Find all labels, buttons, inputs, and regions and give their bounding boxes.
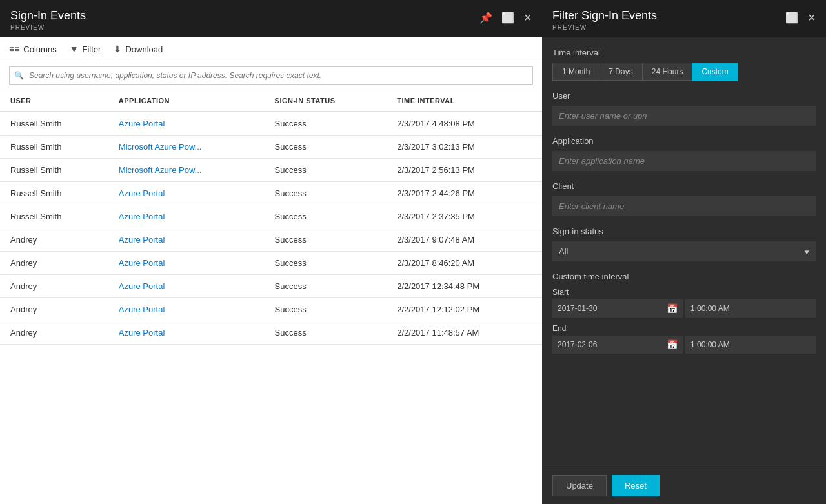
update-button[interactable]: Update — [552, 475, 607, 496]
time-interval-section: Time interval 1 Month 7 Days 24 Hours Cu… — [552, 48, 816, 81]
cell-user: Andrey — [0, 298, 108, 321]
start-label: Start — [552, 288, 816, 297]
filter-body: Time interval 1 Month 7 Days 24 Hours Cu… — [542, 37, 826, 467]
cell-user: Russell Smith — [0, 159, 108, 182]
client-input[interactable] — [552, 196, 816, 216]
client-label: Client — [552, 181, 816, 191]
time-btn-custom[interactable]: Custom — [692, 63, 738, 81]
cell-status: Success — [265, 182, 387, 205]
col-time-interval: TIME INTERVAL — [387, 90, 542, 112]
start-time-input-wrapper — [685, 299, 816, 318]
signin-table: USER APPLICATION SIGN-IN STATUS TIME INT… — [0, 90, 542, 345]
download-label: Download — [125, 45, 163, 54]
time-btn-7days[interactable]: 7 Days — [599, 63, 641, 81]
time-interval-buttons: 1 Month 7 Days 24 Hours Custom — [552, 63, 816, 81]
search-bar: 🔍 — [0, 61, 542, 90]
cell-time: 2/3/2017 4:48:08 PM — [387, 112, 542, 136]
cell-app: Microsoft Azure Pow... — [108, 136, 265, 159]
cell-app: Azure Portal — [108, 321, 265, 345]
cell-app: Azure Portal — [108, 275, 265, 298]
left-panel: Sign-In Events PREVIEW 📌 ⬜ ✕ ≡≡ Columns … — [0, 0, 542, 504]
application-label: Application — [552, 136, 816, 146]
table-row[interactable]: Andrey Azure Portal Success 2/3/2017 9:0… — [0, 228, 542, 252]
filter-icon: ▼ — [70, 44, 79, 54]
right-panel-title: Filter Sign-In Events — [552, 9, 657, 23]
close-right-icon[interactable]: ✕ — [807, 12, 816, 24]
table-row[interactable]: Russell Smith Microsoft Azure Pow... Suc… — [0, 159, 542, 182]
table-container: USER APPLICATION SIGN-IN STATUS TIME INT… — [0, 90, 542, 504]
cell-status: Success — [265, 275, 387, 298]
signin-status-select[interactable]: All Success Failure — [552, 241, 816, 261]
pin-icon[interactable]: 📌 — [479, 12, 492, 24]
table-row[interactable]: Andrey Azure Portal Success 2/2/2017 12:… — [0, 275, 542, 298]
end-calendar-icon[interactable]: 📅 — [667, 339, 678, 350]
cell-app: Azure Portal — [108, 112, 265, 136]
end-time-input-wrapper — [685, 336, 816, 354]
end-label: End — [552, 324, 816, 333]
table-row[interactable]: Andrey Azure Portal Success 2/2/2017 11:… — [0, 321, 542, 345]
cell-app: Azure Portal — [108, 205, 265, 228]
columns-label: Columns — [23, 45, 56, 54]
end-date-inputs: 📅 — [552, 336, 816, 354]
cell-time: 2/3/2017 9:07:48 AM — [387, 228, 542, 252]
cell-time: 2/2/2017 12:34:48 PM — [387, 275, 542, 298]
right-header-icons: ⬜ ✕ — [785, 12, 816, 24]
left-header-icons: 📌 ⬜ ✕ — [479, 12, 532, 24]
cell-status: Success — [265, 228, 387, 252]
col-application: APPLICATION — [108, 90, 265, 112]
columns-icon: ≡≡ — [9, 44, 19, 54]
cell-time: 2/3/2017 2:37:35 PM — [387, 205, 542, 228]
end-time-input[interactable] — [690, 340, 811, 349]
cell-time: 2/2/2017 12:12:02 PM — [387, 298, 542, 321]
signin-status-section: Sign-in status All Success Failure — [552, 227, 816, 261]
user-input[interactable] — [552, 106, 816, 126]
maximize-icon[interactable]: ⬜ — [501, 12, 514, 24]
table-row[interactable]: Russell Smith Azure Portal Success 2/3/2… — [0, 182, 542, 205]
cell-app: Azure Portal — [108, 252, 265, 275]
filter-button[interactable]: ▼ Filter — [70, 44, 101, 54]
signin-status-label: Sign-in status — [552, 227, 816, 236]
maximize-right-icon[interactable]: ⬜ — [785, 12, 798, 24]
cell-status: Success — [265, 321, 387, 345]
download-button[interactable]: ⬇ Download — [114, 44, 163, 54]
cell-app: Azure Portal — [108, 182, 265, 205]
table-row[interactable]: Russell Smith Microsoft Azure Pow... Suc… — [0, 136, 542, 159]
time-btn-1month[interactable]: 1 Month — [552, 63, 599, 81]
right-header: Filter Sign-In Events PREVIEW ⬜ ✕ — [542, 0, 826, 37]
start-time-input[interactable] — [690, 304, 811, 313]
end-date-row: End 📅 — [552, 324, 816, 354]
start-date-input[interactable] — [558, 304, 663, 313]
toolbar: ≡≡ Columns ▼ Filter ⬇ Download — [0, 37, 542, 61]
reset-button[interactable]: Reset — [612, 475, 660, 496]
left-header: Sign-In Events PREVIEW 📌 ⬜ ✕ — [0, 0, 542, 37]
download-icon: ⬇ — [114, 44, 121, 54]
end-date-input-wrapper: 📅 — [552, 336, 683, 354]
cell-status: Success — [265, 298, 387, 321]
cell-time: 2/3/2017 2:56:13 PM — [387, 159, 542, 182]
table-row[interactable]: Andrey Azure Portal Success 2/3/2017 8:4… — [0, 252, 542, 275]
table-row[interactable]: Russell Smith Azure Portal Success 2/3/2… — [0, 205, 542, 228]
close-icon[interactable]: ✕ — [523, 12, 532, 24]
table-header-row: USER APPLICATION SIGN-IN STATUS TIME INT… — [0, 90, 542, 112]
cell-user: Andrey — [0, 228, 108, 252]
right-panel: Filter Sign-In Events PREVIEW ⬜ ✕ Time i… — [542, 0, 826, 504]
end-date-input[interactable] — [558, 340, 663, 349]
columns-button[interactable]: ≡≡ Columns — [9, 44, 57, 54]
filter-label: Filter — [83, 45, 101, 54]
start-calendar-icon[interactable]: 📅 — [667, 303, 678, 314]
search-icon: 🔍 — [14, 71, 24, 80]
time-btn-24hours[interactable]: 24 Hours — [642, 63, 692, 81]
table-row[interactable]: Andrey Azure Portal Success 2/2/2017 12:… — [0, 298, 542, 321]
table-row[interactable]: Russell Smith Azure Portal Success 2/3/2… — [0, 112, 542, 136]
application-input[interactable] — [552, 151, 816, 171]
cell-status: Success — [265, 136, 387, 159]
cell-user: Russell Smith — [0, 112, 108, 136]
search-input[interactable] — [9, 66, 533, 85]
right-panel-title-block: Filter Sign-In Events PREVIEW — [552, 9, 657, 31]
cell-status: Success — [265, 205, 387, 228]
cell-user: Russell Smith — [0, 136, 108, 159]
start-date-row: Start 📅 — [552, 288, 816, 318]
left-panel-preview: PREVIEW — [10, 24, 86, 31]
cell-user: Russell Smith — [0, 182, 108, 205]
col-signin-status: SIGN-IN STATUS — [265, 90, 387, 112]
